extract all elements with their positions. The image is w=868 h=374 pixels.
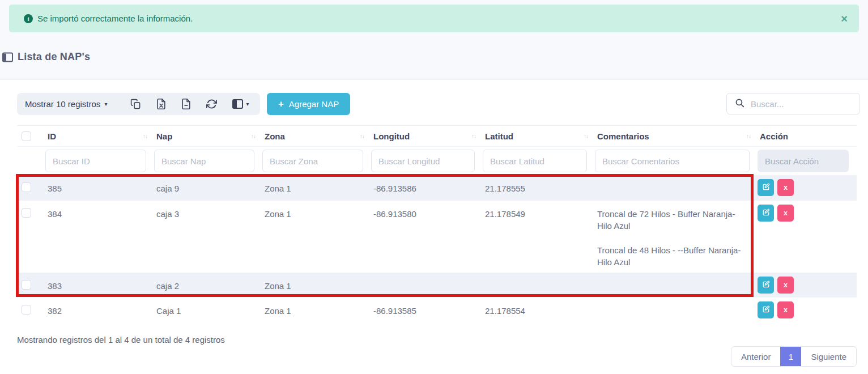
cell-zona: Zona 1 (262, 273, 371, 296)
search-input[interactable] (751, 99, 863, 109)
delete-button[interactable]: x (777, 277, 794, 294)
cell-actions: x (758, 298, 857, 318)
cell-nap: caja 2 (154, 273, 262, 296)
edit-button[interactable] (758, 205, 774, 222)
cell-zona: Zona 1 (262, 201, 371, 224)
sort-icon: ↑↓ (143, 133, 147, 139)
row-checkbox[interactable] (22, 305, 31, 314)
records-info: Mostrando registros del 1 al 4 de un tot… (17, 335, 225, 345)
search-box (726, 93, 860, 114)
cell-latitud: 21.178555 (483, 175, 595, 199)
delete-button[interactable]: x (777, 301, 794, 318)
x-icon: x (784, 209, 788, 217)
show-entries-dropdown[interactable]: Mostrar 10 registros ▾ (25, 99, 107, 109)
delete-button[interactable]: x (777, 205, 794, 222)
sort-icon: ↑↓ (584, 133, 588, 139)
document-icon (181, 99, 191, 109)
select-all-checkbox[interactable] (22, 131, 31, 141)
add-nap-label: Agregar NAP (289, 99, 339, 109)
edit-button[interactable] (758, 277, 774, 294)
table-filter-row (17, 147, 857, 175)
cell-nap: Caja 1 (154, 298, 262, 321)
cell-longitud: -86.913585 (371, 298, 483, 321)
cell-nap: caja 3 (154, 201, 262, 224)
row-checkbox[interactable] (22, 182, 31, 192)
copy-icon (130, 99, 141, 109)
column-header-comentarios[interactable]: Comentarios↑↓ (595, 131, 758, 141)
edit-icon (762, 183, 770, 193)
table-layout-icon (2, 52, 13, 62)
plus-icon: + (278, 99, 284, 109)
cell-actions: x (758, 175, 857, 196)
cell-actions: x (758, 273, 857, 294)
toolbar-strip: Mostrar 10 registros ▾ (17, 93, 260, 115)
cell-comentarios: Troncal de 72 Hilos - Buffer Naranja- Hi… (595, 201, 758, 273)
cell-comentarios (595, 273, 758, 284)
row-checkbox[interactable] (22, 208, 31, 218)
table-row: 383 caja 2 Zona 1 x (17, 273, 857, 298)
filter-accion-input (758, 150, 849, 172)
x-icon: x (784, 184, 788, 192)
sort-icon: ↑↓ (360, 133, 364, 139)
filter-longitud-input[interactable] (371, 150, 475, 172)
edit-button[interactable] (758, 179, 774, 196)
table-row: 382 Caja 1 Zona 1 -86.913585 21.178554 x (17, 298, 857, 322)
cell-latitud: 21.178549 (483, 201, 595, 224)
cell-zona: Zona 1 (262, 175, 371, 199)
cell-latitud (483, 273, 595, 284)
sort-icon: ↑↓ (251, 133, 256, 139)
filter-zona-input[interactable] (262, 150, 363, 172)
cell-id: 385 (45, 175, 154, 199)
filter-nap-input[interactable] (154, 150, 254, 172)
delete-button[interactable]: x (777, 179, 794, 196)
x-icon: x (784, 281, 788, 289)
pagination-next[interactable]: Siguiente (801, 347, 856, 366)
column-header-nap[interactable]: Nap↑↓ (154, 131, 262, 141)
edit-icon (762, 305, 770, 315)
cell-actions: x (758, 201, 857, 222)
add-nap-button[interactable]: + Agregar NAP (267, 93, 350, 115)
info-icon: i (24, 14, 33, 23)
table-header-row: ID↑↓ Nap↑↓ Zona↑↓ Longitud↑↓ Latitud↑↓ C… (17, 125, 857, 147)
column-header-longitud[interactable]: Longitud↑↓ (371, 131, 483, 141)
edit-button[interactable] (758, 301, 774, 318)
filter-latitud-input[interactable] (483, 150, 587, 172)
toolbar: Mostrar 10 registros ▾ (17, 93, 860, 115)
cell-nap: caja 9 (154, 175, 262, 199)
cell-longitud: -86.913580 (371, 201, 483, 224)
table-row: 384 caja 3 Zona 1 -86.913580 21.178549 T… (17, 201, 857, 273)
chevron-down-icon: ▾ (246, 101, 249, 107)
cell-comentarios (595, 298, 758, 309)
filter-comentarios-input[interactable] (595, 150, 750, 172)
sort-icon: ↑↓ (471, 133, 476, 139)
x-icon: x (784, 306, 788, 314)
column-visibility-button[interactable]: ▾ (232, 99, 249, 109)
show-entries-label: Mostrar 10 registros (25, 99, 100, 109)
cell-longitud: -86.913586 (371, 175, 483, 199)
edit-icon (762, 209, 770, 218)
nap-table: ID↑↓ Nap↑↓ Zona↑↓ Longitud↑↓ Latitud↑↓ C… (17, 125, 857, 322)
cell-id: 383 (45, 273, 154, 296)
pagination: Anterior 1 Siguiente (731, 346, 857, 367)
close-icon[interactable]: × (841, 13, 848, 24)
column-header-zona[interactable]: Zona↑↓ (262, 131, 371, 141)
header-checkbox-cell (17, 131, 45, 141)
column-header-latitud[interactable]: Latitud↑↓ (483, 131, 595, 141)
copy-button[interactable] (130, 99, 141, 109)
alert-message: Se importó correctamente la información. (37, 14, 193, 23)
column-header-accion: Acción (758, 131, 857, 141)
cell-latitud: 21.178554 (483, 298, 595, 321)
column-header-id[interactable]: ID↑↓ (45, 131, 154, 141)
pagination-page-1[interactable]: 1 (780, 347, 801, 366)
search-icon (735, 98, 744, 110)
excel-export-button[interactable] (156, 99, 166, 109)
row-checkbox[interactable] (22, 280, 31, 290)
filter-id-input[interactable] (45, 150, 146, 172)
comment-line: Troncal de 48 Hilos - --Buffer Naranja- … (597, 244, 750, 268)
refresh-button[interactable] (206, 99, 217, 109)
pagination-prev[interactable]: Anterior (731, 347, 781, 366)
edit-icon (762, 280, 770, 290)
file-export-button[interactable] (181, 99, 191, 109)
chevron-down-icon: ▾ (104, 101, 107, 107)
cell-zona: Zona 1 (262, 298, 371, 321)
